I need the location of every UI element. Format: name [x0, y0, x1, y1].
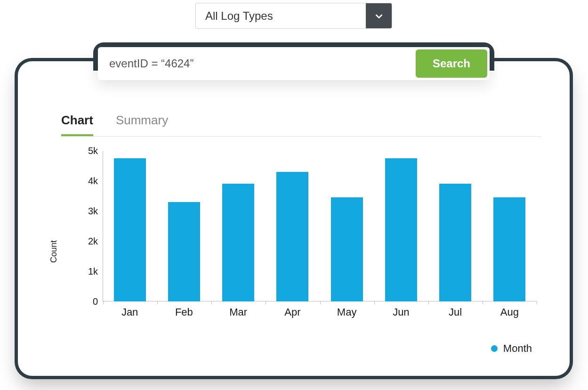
- x-axis-labels: JanFebMarAprMayJunJulAug: [103, 306, 537, 318]
- bar[interactable]: [493, 197, 525, 301]
- bar-column: [320, 151, 374, 301]
- bars-container: [103, 151, 537, 301]
- chevron-down-icon[interactable]: [366, 3, 392, 28]
- bar-column: [428, 151, 483, 301]
- chart-legend: Month: [491, 342, 532, 355]
- y-tick: 0: [93, 296, 98, 307]
- bar[interactable]: [222, 184, 254, 301]
- bar[interactable]: [114, 158, 146, 301]
- bar-column: [483, 151, 537, 301]
- tab-chart[interactable]: Chart: [61, 113, 93, 136]
- bar[interactable]: [385, 158, 417, 301]
- bar[interactable]: [331, 197, 363, 301]
- y-tick: 3k: [88, 206, 98, 217]
- bar-column: [266, 151, 320, 301]
- x-tick-label: Aug: [483, 306, 537, 318]
- y-tick: 5k: [88, 146, 98, 156]
- x-tick-label: Jul: [428, 306, 483, 318]
- bar[interactable]: [276, 172, 308, 301]
- legend-label: Month: [503, 342, 532, 355]
- log-type-select[interactable]: All Log Types: [195, 3, 392, 29]
- x-tick-label: Jun: [374, 306, 428, 318]
- y-axis-label: Count: [49, 240, 59, 263]
- log-type-selected: All Log Types: [196, 3, 366, 28]
- y-tick: 1k: [88, 266, 98, 277]
- search-button[interactable]: Search: [416, 49, 487, 78]
- result-tabs: Chart Summary: [61, 113, 541, 137]
- bar-column: [157, 151, 211, 301]
- y-tick: 4k: [88, 176, 98, 187]
- y-axis: 01k2k3k4k5k: [79, 151, 98, 301]
- bar[interactable]: [439, 184, 471, 301]
- legend-color-dot: [491, 345, 498, 352]
- bar-column: [374, 151, 428, 301]
- tab-summary[interactable]: Summary: [116, 113, 168, 136]
- bar-chart: 01k2k3k4k5k JanFebMarAprMayJunJulAug: [79, 151, 537, 301]
- y-tick: 2k: [88, 236, 98, 247]
- x-tick-label: May: [320, 306, 374, 318]
- search-input[interactable]: [98, 57, 413, 70]
- x-tick-label: Apr: [266, 306, 320, 318]
- bar-column: [103, 151, 157, 301]
- bar[interactable]: [168, 202, 200, 301]
- x-tick-label: Jan: [103, 306, 157, 318]
- analytics-card: Search Chart Summary Count 01k2k3k4k5k J…: [18, 61, 570, 376]
- search-bar: Search: [98, 47, 490, 80]
- x-tick-label: Feb: [157, 306, 211, 318]
- chart-area: Count 01k2k3k4k5k JanFebMarAprMayJunJulA…: [46, 146, 541, 357]
- bar-column: [211, 151, 266, 301]
- x-tick-label: Mar: [211, 306, 266, 318]
